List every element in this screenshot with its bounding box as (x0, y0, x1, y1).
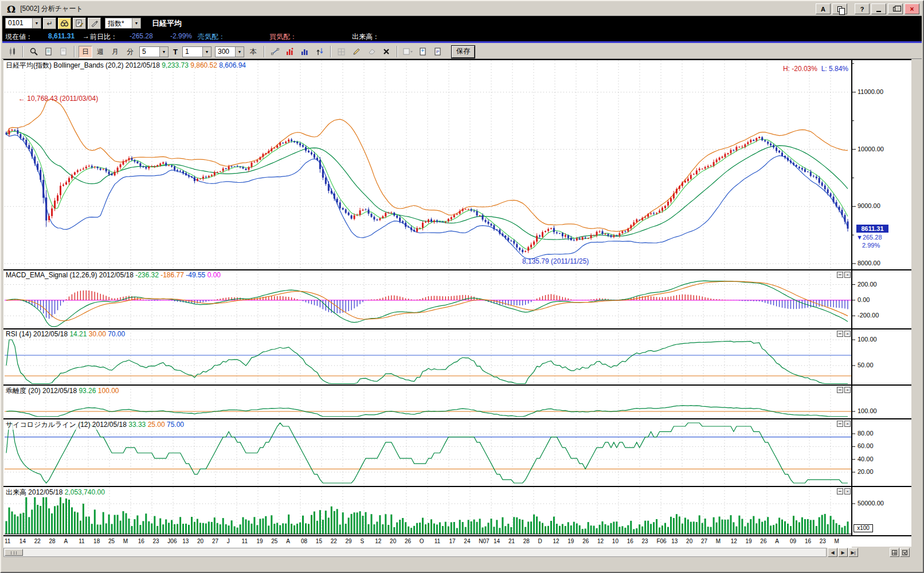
compare-button[interactable] (5, 46, 19, 58)
y-axis-label: 50000.00 (858, 500, 884, 507)
zoom-button[interactable] (27, 46, 41, 58)
layout-button[interactable] (401, 46, 415, 58)
font-button[interactable]: A (816, 3, 831, 14)
x-axis-label: 12 (731, 538, 737, 544)
macd-panel-header: MACD_EMA_Signal (12,26,9) 2012/05/18 -23… (6, 271, 221, 279)
page-plus-icon (420, 48, 426, 56)
search-binoculars-button[interactable] (58, 18, 71, 29)
panel-minimize-button[interactable] (837, 387, 843, 393)
dropdown-arrow-icon[interactable]: ▼ (235, 47, 244, 57)
y-axis-label: 9000.00 (858, 202, 880, 209)
kairi-chart-canvas[interactable] (3, 386, 911, 418)
grip-icon (11, 551, 17, 555)
rsi-panel: RSI (14) 2012/05/18 14.21 30.00 70.00 × (3, 329, 911, 386)
macd-chart-canvas[interactable] (3, 270, 911, 328)
x-axis-label: 23 (820, 538, 826, 544)
window-dropdown-icon (403, 48, 413, 56)
x-axis-label: M (716, 538, 721, 544)
panel-close-button[interactable]: × (844, 331, 851, 337)
panel-minimize-button[interactable] (837, 272, 843, 278)
x-axis-label: 20 (686, 538, 692, 544)
dropdown-arrow-icon[interactable]: ▼ (202, 47, 211, 57)
brush-icon (91, 19, 98, 27)
save-button[interactable]: 保存 (452, 46, 475, 58)
panel-close-button[interactable]: × (844, 488, 851, 494)
arrow-glyph: → (83, 32, 89, 40)
y-axis-label: -200.00 (858, 312, 879, 319)
updown-button[interactable] (313, 46, 327, 58)
help-button[interactable]: ? (855, 3, 870, 14)
trendline-button[interactable] (268, 46, 282, 58)
y-axis-label: 50.00 (858, 362, 874, 368)
draw-button[interactable] (350, 46, 363, 58)
bars-select[interactable]: 300▼ (215, 46, 244, 57)
kairi-panel: 乖離度 (20) 2012/05/18 93.26 100.00 × (3, 386, 911, 419)
bar-type-label: T (173, 48, 178, 56)
volume-chart-canvas[interactable] (3, 487, 911, 535)
period-minute-button[interactable]: 分 (123, 46, 137, 58)
low-annotation: 8,135.79 (2011/11/25) (522, 257, 589, 265)
close-button[interactable]: × (905, 3, 919, 14)
grid-toggle-button[interactable] (890, 548, 899, 557)
period-week-button[interactable]: 週 (93, 46, 107, 58)
panel-minimize-button[interactable] (837, 421, 843, 427)
scrollbar-track[interactable] (3, 548, 827, 557)
panel-minimize-button[interactable] (837, 488, 843, 494)
x-axis-label: 14 (494, 538, 500, 544)
scroll-right-button[interactable]: ▶ (838, 548, 848, 557)
trendline-icon (271, 48, 279, 56)
x-axis-label: 21 (508, 538, 515, 544)
histogram-blue-button[interactable] (298, 46, 312, 58)
scrollbar-thumb[interactable] (5, 549, 23, 556)
chart-toolbar: 日 週 月 分 5▼ T 1▼ 300▼ 本 P 保存 (2, 45, 922, 59)
panel-close-button[interactable]: × (844, 272, 851, 278)
last-price-marker: 8611.31 (856, 225, 888, 233)
x-axis-label: 26 (582, 538, 589, 544)
grid-button[interactable] (335, 46, 349, 58)
dropdown-arrow-icon[interactable]: ▼ (132, 18, 140, 28)
page-icon (45, 48, 52, 56)
enter-button[interactable]: ↵ (43, 18, 56, 29)
dropdown-arrow-icon[interactable]: ▼ (32, 18, 41, 28)
dropdown-arrow-icon[interactable]: ▼ (159, 47, 168, 57)
memo-button[interactable] (73, 18, 86, 29)
y-axis-label: 0.00 (858, 296, 870, 303)
panel-minimize-button[interactable] (837, 331, 843, 337)
copy-chart2-button[interactable] (57, 46, 71, 58)
rsi-chart-canvas[interactable] (3, 329, 911, 384)
symbol-bar: 0101 ▼ ↵ 指数* ▼ 日経平均 (2, 16, 922, 30)
x-axis-label: A (775, 538, 779, 544)
minute-select[interactable]: 5▼ (139, 46, 169, 57)
symbol-code-input[interactable]: 0101 ▼ (5, 18, 41, 29)
x-axis-label: S (360, 538, 364, 544)
histogram-red-icon (286, 48, 293, 56)
minimize-button[interactable] (871, 3, 886, 14)
x-axis-label: 29 (346, 538, 352, 544)
eraser-button[interactable] (365, 46, 378, 58)
copy-window-button[interactable] (832, 3, 847, 14)
restore-button[interactable] (888, 3, 903, 14)
x-axis-label: F06 (656, 538, 666, 544)
y-axis-label: 10000.00 (858, 146, 884, 152)
change-pct: -2.99% (170, 32, 192, 40)
price-chart-canvas[interactable] (3, 60, 911, 269)
grid-x-icon (902, 550, 907, 555)
brush-button[interactable] (88, 18, 101, 29)
period-day-button[interactable]: 日 (79, 46, 92, 58)
close-grid-button[interactable] (900, 548, 910, 557)
panel-close-button[interactable]: × (844, 421, 851, 427)
x-axis-label: M (123, 538, 128, 544)
copy-chart-button[interactable] (42, 46, 56, 58)
eraser-icon (367, 48, 375, 55)
count-select[interactable]: 1▼ (182, 46, 212, 57)
scroll-left-button[interactable]: ◀ (828, 548, 837, 557)
bars-unit-label: 本 (246, 46, 260, 58)
panel-close-button[interactable]: × (844, 387, 851, 393)
new-window-button[interactable] (416, 46, 430, 58)
delete-button[interactable] (379, 46, 393, 58)
histogram-red-button[interactable] (283, 46, 297, 58)
category-select[interactable]: 指数* ▼ (105, 18, 141, 29)
scroll-end-button[interactable]: ▶| (848, 548, 858, 557)
new-window2-button[interactable]: P (431, 46, 445, 58)
period-month-button[interactable]: 月 (108, 46, 122, 58)
